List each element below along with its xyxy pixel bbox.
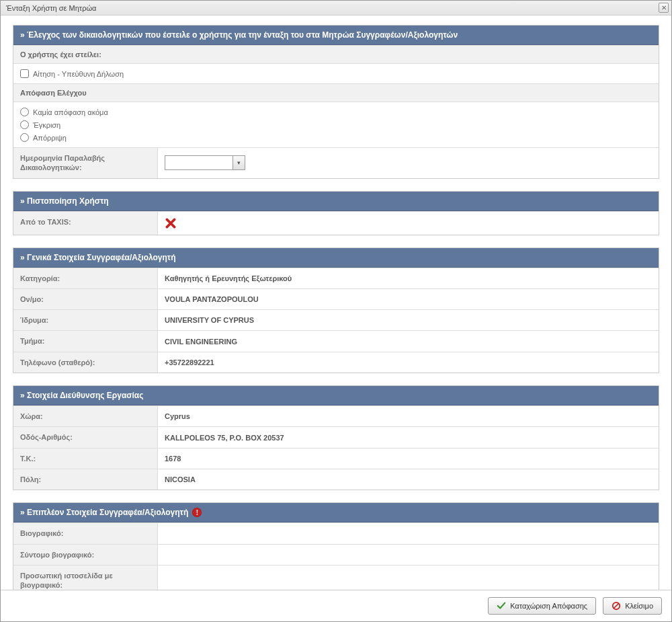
website-label: Προσωπική ιστοσελίδα με βιογραφικό: [13,566,158,590]
svg-line-1 [614,604,619,609]
content-wrap: » Έλεγχος των δικαιολογητικών που έστειλ… [1,15,671,590]
street-value: KALLPOLEOS 75, P.O. BOX 20537 [158,427,659,447]
section-header-work-address: » Στοιχεία Διεύθυνσης Εργασίας [13,386,659,405]
country-value: Cyprus [158,406,659,426]
window-close-button[interactable]: ✕ [659,3,669,13]
radio-option-none[interactable]: Καμία απόφαση ακόμα [20,108,652,116]
row-phone: Τηλέφωνο (σταθερό): +35722892221 [13,352,659,373]
country-label: Χώρα: [13,406,158,426]
department-value: CIVIL ENGINEERING [158,331,659,351]
application-checkbox-label[interactable]: Αίτηση - Υπεύθυνη Δήλωση [20,69,652,78]
section-header-general-text: » Γενικά Στοιχεία Συγγραφέα/Αξιολογητή [20,253,176,262]
row-zip: Τ.Κ.: 1678 [13,448,659,469]
phone-label: Τηλέφωνο (σταθερό): [13,352,158,373]
close-button[interactable]: Κλείσιμο [603,597,662,615]
check-icon [497,601,506,611]
date-received-input[interactable] [165,156,233,169]
user-sent-label: Ο χρήστης έχει στείλει: [13,45,659,64]
radio-option-approve[interactable]: Έγκριση [20,120,652,129]
section-header-extra: » Επιπλέον Στοιχεία Συγγραφέα/Αξιολογητή… [13,503,659,522]
dialog-footer: Καταχώριση Απόφασης Κλείσιμο [1,590,671,621]
short-cv-label: Σύντομο βιογραφικό: [13,545,158,565]
section-header-work-address-text: » Στοιχεία Διεύθυνσης Εργασίας [20,391,143,400]
radio-approve-text: Έγκριση [33,121,60,129]
radio-reject[interactable] [20,133,29,142]
taxis-row: Από το TAXIS: [13,211,659,235]
category-value: Καθηγητής ή Ερευνητής Εξωτερικού [158,268,659,288]
date-received-combo[interactable]: ▾ [165,155,245,170]
zip-label: Τ.Κ.: [13,449,158,469]
radio-approve[interactable] [20,120,29,129]
decision-radio-group: Καμία απόφαση ακόμα Έγκριση Απόρριψη [13,102,659,147]
row-city: Πόλη: NICOSIA [13,469,659,490]
name-value: VOULA PANTAZOPOULOU [158,289,659,309]
row-website: Προσωπική ιστοσελίδα με βιογραφικό: [13,565,659,590]
date-received-label: Ημερομηνία Παραλαβής Δικαιολογητικών: [13,148,158,178]
taxis-value [158,212,659,235]
institution-label: Ίδρυμα: [13,310,158,330]
phone-value: +35722892221 [158,352,659,373]
panel-extra: » Επιπλέον Στοιχεία Συγγραφέα/Αξιολογητή… [13,502,659,590]
close-icon: ✕ [661,4,667,11]
warning-icon: ! [192,508,202,517]
row-short-cv: Σύντομο βιογραφικό: [13,544,659,565]
row-street: Οδός-Αριθμός: KALLPOLEOS 75, P.O. BOX 20… [13,426,659,447]
short-cv-value [158,545,659,565]
dialog-window: Ένταξη Χρήστη σε Μητρώα ✕ » Έλεγχος των … [0,0,672,622]
date-received-value: ▾ [158,148,659,178]
section-header-check-text: » Έλεγχος των δικαιολογητικών που έστειλ… [20,30,458,40]
category-label: Κατηγορία: [13,268,158,288]
chevron-down-icon: ▾ [237,159,241,166]
date-received-dropdown-button[interactable]: ▾ [233,156,245,169]
section-header-certification: » Πιστοποίηση Χρήστη [13,192,659,211]
section-header-check: » Έλεγχος των δικαιολογητικών που έστειλ… [13,26,659,45]
save-decision-button[interactable]: Καταχώριση Απόφασης [488,597,596,615]
city-value: NICOSIA [158,469,659,490]
row-name: Ον/μο: VOULA PANTAZOPOULOU [13,288,659,309]
panel-certification: » Πιστοποίηση Χρήστη Από το TAXIS: [13,191,659,235]
institution-value: UNIVERSITY OF CYPRUS [158,310,659,330]
city-label: Πόλη: [13,469,158,490]
window-title: Ένταξη Χρήστη σε Μητρώα [6,4,96,12]
radio-none-text: Καμία απόφαση ακόμα [33,108,108,116]
decision-label: Απόφαση Ελέγχου [13,83,659,102]
titlebar: Ένταξη Χρήστη σε Μητρώα ✕ [1,1,671,15]
row-department: Τμήμα: CIVIL ENGINEERING [13,330,659,351]
section-header-general: » Γενικά Στοιχεία Συγγραφέα/Αξιολογητή [13,248,659,268]
section-header-extra-text: » Επιπλέον Στοιχεία Συγγραφέα/Αξιολογητή [20,508,188,517]
row-category: Κατηγορία: Καθηγητής ή Ερευνητής Εξωτερι… [13,268,659,288]
row-cv: Βιογραφικό: [13,522,659,543]
section-header-certification-text: » Πιστοποίηση Χρήστη [20,196,109,206]
cv-value [158,523,659,543]
cv-label: Βιογραφικό: [13,523,158,543]
zip-value: 1678 [158,449,659,469]
application-checkbox[interactable] [20,69,29,78]
website-value [158,566,659,590]
radio-option-reject[interactable]: Απόρριψη [20,133,652,142]
application-checkbox-text: Αίτηση - Υπεύθυνη Δήλωση [33,70,124,78]
taxis-label: Από το TAXIS: [13,212,158,235]
panel-work-address: » Στοιχεία Διεύθυνσης Εργασίας Χώρα: Cyp… [13,385,659,490]
radio-reject-text: Απόρριψη [33,134,67,142]
save-decision-label: Καταχώριση Απόφασης [510,602,587,610]
radio-none[interactable] [20,108,29,116]
department-label: Τμήμα: [13,331,158,351]
date-received-row: Ημερομηνία Παραλαβής Δικαιολογητικών: ▾ [13,147,659,178]
deny-icon [612,601,621,611]
row-country: Χώρα: Cyprus [13,405,659,426]
content-scroll[interactable]: » Έλεγχος των δικαιολογητικών που έστειλ… [1,15,671,590]
name-label: Ον/μο: [13,289,158,309]
application-checkbox-row: Αίτηση - Υπεύθυνη Δήλωση [13,64,659,83]
close-button-label: Κλείσιμο [625,602,653,610]
row-institution: Ίδρυμα: UNIVERSITY OF CYPRUS [13,309,659,330]
cross-icon [165,217,177,229]
panel-general: » Γενικά Στοιχεία Συγγραφέα/Αξιολογητή Κ… [13,247,659,373]
panel-check: » Έλεγχος των δικαιολογητικών που έστειλ… [13,25,659,179]
street-label: Οδός-Αριθμός: [13,427,158,447]
